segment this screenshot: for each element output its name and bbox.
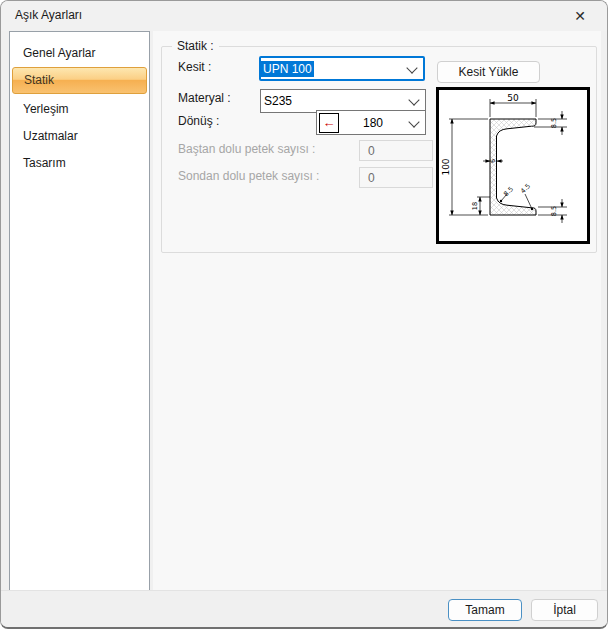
cancel-button-label: İptal — [553, 603, 576, 617]
chevron-down-icon[interactable] — [406, 62, 417, 73]
bastan-petek-field: 0 — [359, 140, 433, 161]
dialog-title: Aşık Ayarları — [15, 8, 82, 22]
kesit-yukle-button[interactable]: Kesit Yükle — [437, 61, 540, 83]
chevron-down-icon[interactable] — [408, 94, 419, 105]
materyal-value: S235 — [261, 94, 292, 108]
bastan-petek-value: 0 — [368, 144, 375, 158]
kesit-combobox[interactable]: UPN 100 — [259, 56, 425, 81]
statik-groupbox: Statik : Kesit : UPN 100 Kesit Yükle Mat… — [161, 46, 597, 253]
dim-root-radius: 8.5 — [502, 185, 515, 198]
kesit-value: UPN 100 — [261, 61, 314, 77]
close-icon: ✕ — [574, 8, 586, 24]
sondan-petek-label: Sondan dolu petek sayısı : — [178, 169, 319, 183]
footer-bar: Tamam İptal — [1, 590, 607, 627]
dim-toe-radius: 4.5 — [519, 182, 532, 195]
dim-flange-thickness-top: 8.5 — [550, 118, 558, 128]
ok-button-label: Tamam — [465, 603, 504, 617]
main-content: Statik : Kesit : UPN 100 Kesit Yükle Mat… — [153, 31, 601, 593]
dialog-body: Genel Ayarlar Statik Yerleşim Uzatmalar … — [1, 31, 607, 593]
rotation-arrow-icon: ← — [319, 113, 339, 133]
kesit-yukle-label: Kesit Yükle — [459, 65, 519, 79]
dim-flange-width: 50 — [507, 93, 519, 103]
dim-web-thickness: 6 — [489, 159, 497, 163]
cancel-button[interactable]: İptal — [531, 599, 598, 621]
kesit-label: Kesit : — [178, 60, 211, 74]
donus-combobox[interactable]: ← 180 — [316, 110, 426, 135]
sondan-petek-field: 0 — [359, 167, 433, 188]
dim-flange-edge: 18 — [471, 202, 479, 210]
sondan-petek-value: 0 — [368, 171, 375, 185]
sidebar-item-statik[interactable]: Statik — [12, 67, 147, 94]
close-button[interactable]: ✕ — [559, 1, 601, 31]
sidebar-item-tasarim[interactable]: Tasarım — [10, 150, 149, 177]
sidebar-item-yerlesim[interactable]: Yerleşim — [10, 96, 149, 123]
upn-section-shape — [490, 119, 536, 215]
bastan-petek-label: Baştan dolu petek sayısı : — [178, 142, 315, 156]
sidebar: Genel Ayarlar Statik Yerleşim Uzatmalar … — [9, 31, 150, 591]
dim-height: 100 — [441, 158, 451, 175]
sidebar-item-uzatmalar[interactable]: Uzatmalar — [10, 123, 149, 150]
materyal-label: Materyal : — [178, 91, 231, 105]
donus-label: Dönüş : — [178, 114, 219, 128]
statik-group-title: Statik : — [172, 39, 219, 53]
dialog-asik-ayarlari: Aşık Ayarları ✕ Genel Ayarlar Statik Yer… — [0, 0, 608, 629]
title-bar: Aşık Ayarları ✕ — [1, 1, 607, 31]
section-preview-panel: 50 100 8.5 — [436, 87, 590, 244]
ok-button[interactable]: Tamam — [448, 599, 522, 621]
section-drawing: 50 100 8.5 — [439, 90, 587, 241]
sidebar-item-genel-ayarlar[interactable]: Genel Ayarlar — [10, 40, 149, 67]
dim-flange-thickness-bottom: 8.5 — [550, 206, 558, 216]
